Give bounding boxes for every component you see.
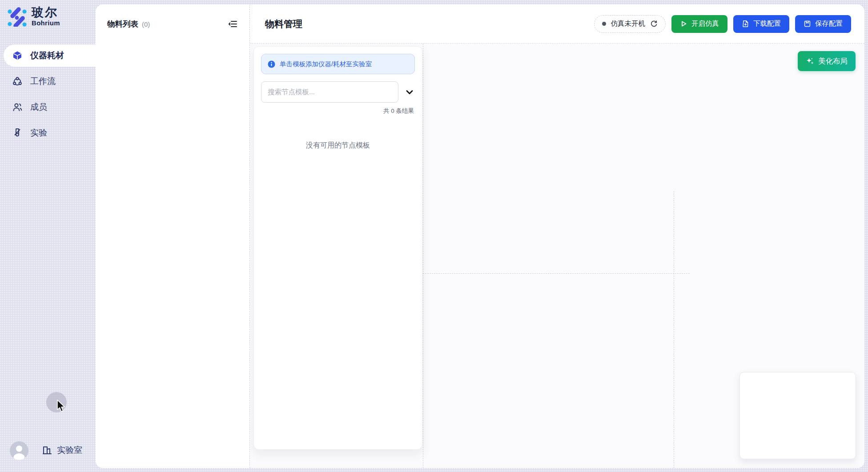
experiment-icon — [12, 128, 23, 138]
sidebar-item-label: 仪器耗材 — [30, 50, 64, 61]
sparkles-icon — [806, 57, 814, 65]
mouse-cursor-icon — [56, 400, 66, 414]
search-result-count: 共 0 条结果 — [261, 107, 415, 115]
members-icon — [12, 102, 23, 112]
sidebar-item-instruments[interactable]: 仪器耗材 — [4, 44, 96, 67]
canvas-guide-line — [423, 273, 690, 274]
app-root: 玻尔 Bohrium 仪器耗材 — [0, 0, 868, 472]
main-panel: 物料管理 仿真未开机 开启仿真 — [249, 4, 864, 468]
simulation-status-pill: 仿真未开机 — [594, 15, 666, 33]
canvas-guide-line — [674, 191, 674, 468]
cube-icon — [12, 50, 23, 61]
material-list-panel: 物料列表 (0) — [96, 4, 249, 468]
menu-fold-icon[interactable] — [228, 19, 238, 29]
flow-canvas[interactable]: 美化布局 单击模板添加仪器/耗材至实验室 — [250, 44, 864, 468]
main-header: 物料管理 仿真未开机 开启仿真 — [250, 4, 864, 44]
download-config-button[interactable]: 下载配置 — [733, 15, 789, 33]
lab-switcher[interactable]: 实验室 — [41, 444, 82, 456]
status-dot — [602, 22, 606, 26]
page-title: 物料管理 — [265, 18, 302, 30]
simulation-status-text: 仿真未开机 — [611, 19, 646, 28]
canvas-guide-line — [423, 44, 423, 468]
beautify-layout-button[interactable]: 美化布局 — [798, 51, 856, 71]
material-list-title: 物料列表 — [107, 19, 138, 29]
sidebar-nav: 仪器耗材 工作流 — [0, 44, 96, 144]
bohrium-logo-icon — [6, 5, 28, 27]
save-icon — [804, 20, 811, 28]
sidebar-item-members[interactable]: 成员 — [0, 96, 96, 118]
play-icon — [680, 20, 687, 28]
info-banner: 单击模板添加仪器/耗材至实验室 — [261, 54, 415, 74]
brand-logo[interactable]: 玻尔 Bohrium — [6, 5, 96, 27]
flow-minimap[interactable] — [739, 372, 856, 459]
user-avatar[interactable] — [10, 441, 28, 460]
template-panel: 单击模板添加仪器/耗材至实验室 共 0 条结果 没有可用的节点模板 — [253, 46, 422, 450]
sidebar-item-experiment[interactable]: 实验 — [0, 122, 96, 144]
header-actions: 仿真未开机 开启仿真 — [594, 15, 852, 33]
start-simulation-button[interactable]: 开启仿真 — [671, 15, 727, 33]
material-list-header: 物料列表 (0) — [96, 4, 249, 29]
template-search-row — [261, 81, 415, 103]
empty-template-message: 没有可用的节点模板 — [261, 141, 415, 150]
sidebar-item-label: 实验 — [30, 127, 47, 139]
info-icon — [268, 60, 275, 68]
chevron-down-icon[interactable] — [404, 87, 415, 97]
workflow-icon — [12, 76, 23, 87]
template-search-input[interactable] — [261, 81, 398, 103]
sidebar-item-label: 工作流 — [30, 76, 56, 87]
download-file-icon — [742, 20, 749, 28]
refresh-icon[interactable] — [650, 20, 658, 28]
sidebar-item-label: 成员 — [30, 101, 47, 113]
save-config-button[interactable]: 保存配置 — [795, 15, 851, 33]
lab-label: 实验室 — [57, 444, 82, 456]
info-banner-text: 单击模板添加仪器/耗材至实验室 — [280, 60, 372, 68]
sidebar-item-workflow[interactable]: 工作流 — [0, 70, 96, 92]
brand-name-zh: 玻尔 — [32, 6, 60, 19]
sidebar-footer: 实验室 — [0, 441, 96, 460]
building-icon — [41, 444, 53, 456]
material-list-count: (0) — [142, 20, 150, 28]
brand-name-en: Bohrium — [32, 19, 60, 27]
